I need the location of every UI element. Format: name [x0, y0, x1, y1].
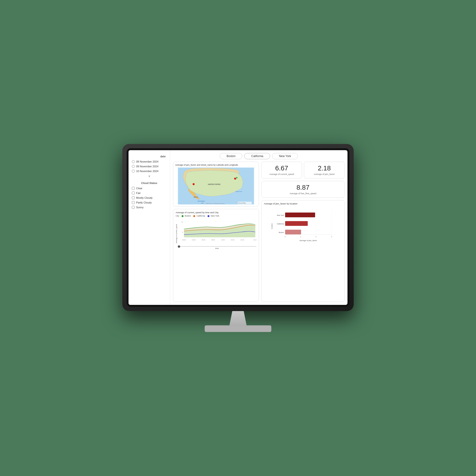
line-chart-card: Average of current_speed by time and Cit…: [173, 209, 259, 302]
svg-text:00:00: 00:00: [182, 239, 186, 241]
left-column: Average of jam_factor and street_name by…: [173, 162, 259, 302]
california-dot: [193, 215, 195, 217]
line-chart-wrapper: Average of current_speed: [176, 218, 256, 249]
kpi-current-speed: 6.67 Average of current_speed: [261, 162, 302, 178]
tab-boston[interactable]: Boston: [220, 153, 242, 159]
date-expand-icon[interactable]: ∨: [132, 174, 167, 178]
svg-text:Microsoft Bing: Microsoft Bing: [238, 203, 246, 204]
boston-dot: [182, 215, 184, 217]
cloud-mostly-cloudy-label: Mostly Cloudy: [136, 196, 153, 199]
kpi-row-top: 6.67 Average of current_speed 2.18 Avera…: [261, 162, 345, 178]
line-chart-svg: 10 5: [178, 218, 256, 244]
tab-california[interactable]: California: [244, 153, 270, 159]
date-label: date: [132, 155, 167, 158]
svg-text:12:00: 12:00: [221, 239, 225, 241]
kpi-free-flow: 8.87 Average of free_flow_speed: [261, 181, 345, 198]
time-slider-container: [178, 246, 256, 247]
date-option-1[interactable]: 08 November 2024: [132, 160, 167, 163]
cloud-clear[interactable]: Clear: [132, 187, 167, 190]
date-radio-2[interactable]: [132, 165, 135, 168]
map-card: Average of jam_factor and street_name by…: [173, 162, 259, 206]
svg-text:3: 3: [331, 236, 332, 238]
svg-text:03:00: 03:00: [192, 239, 196, 241]
svg-text:15:00: 15:00: [231, 239, 235, 241]
kpi-current-speed-label: Average of current_speed: [264, 173, 299, 175]
line-chart-title: Average of current_speed by time and Cit…: [176, 211, 256, 214]
date-label-2: 09 November 2024: [136, 165, 158, 168]
cloud-sunny[interactable]: Sunny: [132, 206, 167, 209]
kpi-jam-factor-label: Average of jam_factor: [306, 173, 342, 175]
svg-text:© 2024 TomTom, © 2024 Microsof: © 2024 TomTom, © 2024 Microsoft Corporat…: [206, 203, 225, 204]
sidebar: date 08 November 2024 09 November 2024 1…: [129, 150, 170, 305]
legend-california: California: [193, 215, 205, 217]
tab-bar: Boston California New York: [173, 153, 345, 159]
svg-text:Gulf of Mexico: Gulf of Mexico: [198, 201, 205, 202]
date-radio-3[interactable]: [132, 170, 135, 172]
svg-point-7: [236, 177, 238, 179]
map-visualization: Gulf of Mexico Sargasso Sea CUBA MEXICO: [175, 168, 257, 204]
svg-rect-35: [285, 221, 308, 226]
svg-text:21:00: 21:00: [254, 239, 256, 241]
map-title: Average of jam_factor and street_name by…: [175, 164, 257, 166]
kpi-jam-factor: 2.18 Average of jam_factor: [304, 162, 345, 178]
date-radio-1[interactable]: [132, 160, 135, 163]
svg-text:UNITED STATES: UNITED STATES: [208, 184, 221, 185]
kpi-row-bottom: 8.87 Average of free_flow_speed: [261, 181, 345, 198]
tab-new-york[interactable]: New York: [272, 153, 298, 159]
cloud-fair-checkbox[interactable]: [132, 192, 135, 194]
svg-text:MEXICO: MEXICO: [194, 197, 198, 198]
bar-chart-svg: location New York: [264, 206, 342, 243]
new-york-dot: [207, 215, 209, 217]
date-option-3[interactable]: 10 November 2024: [132, 170, 167, 172]
kpi-current-speed-value: 6.67: [264, 165, 299, 172]
svg-text:location: location: [271, 223, 273, 229]
cloud-status-label: Cloud Status: [132, 182, 167, 185]
cloud-fair[interactable]: Fair: [132, 192, 167, 194]
svg-text:09:00: 09:00: [211, 239, 215, 241]
line-chart-legend: City Boston California: [176, 215, 256, 217]
svg-text:0: 0: [285, 236, 286, 238]
svg-text:California: California: [277, 223, 284, 225]
kpi-jam-factor-value: 2.18: [306, 165, 342, 172]
legend-city-label: City: [176, 215, 179, 217]
cloud-clear-label: Clear: [136, 187, 142, 190]
cloud-sunny-checkbox[interactable]: [132, 206, 135, 209]
right-column: 6.67 Average of current_speed 2.18 Avera…: [261, 162, 345, 302]
line-chart-svg-container: 10 5: [178, 218, 256, 249]
svg-text:Boston: Boston: [279, 232, 284, 233]
cloud-partly-cloudy-label: Partly Cloudy: [136, 201, 152, 204]
date-label-1: 08 November 2024: [136, 160, 158, 163]
legend-new-york: New York: [207, 215, 219, 217]
monitor-base: [205, 325, 271, 332]
cloud-mostly-cloudy[interactable]: Mostly Cloudy: [132, 196, 167, 199]
cloud-mostly-cloudy-checkbox[interactable]: [132, 196, 135, 199]
svg-rect-37: [285, 230, 301, 235]
svg-text:CUBA: CUBA: [201, 203, 204, 204]
line-chart-y-label: Average of current_speed: [176, 218, 177, 249]
dashboard-grid: Average of jam_factor and street_name by…: [173, 162, 345, 302]
date-option-2[interactable]: 09 November 2024: [132, 165, 167, 168]
cloud-partly-cloudy-checkbox[interactable]: [132, 201, 135, 204]
svg-point-8: [192, 183, 195, 186]
svg-rect-33: [285, 213, 315, 217]
cloud-partly-cloudy[interactable]: Partly Cloudy: [132, 201, 167, 204]
cloud-clear-checkbox[interactable]: [132, 187, 135, 190]
svg-text:18:00: 18:00: [240, 239, 244, 241]
kpi-free-flow-value: 8.87: [264, 184, 342, 191]
svg-text:1: 1: [300, 236, 301, 238]
cloud-sunny-label: Sunny: [136, 206, 143, 209]
time-range-slider[interactable]: [178, 246, 256, 247]
svg-text:Average of jam_factor: Average of jam_factor: [299, 239, 317, 241]
svg-text:2: 2: [316, 236, 317, 238]
bar-chart-title: Average of jam_factor by location: [264, 202, 342, 205]
kpi-free-flow-label: Average of free_flow_speed: [264, 192, 342, 195]
svg-text:Sargasso Sea: Sargasso Sea: [236, 191, 242, 192]
svg-text:10: 10: [181, 221, 183, 223]
main-content: Boston California New York Average of ja…: [170, 150, 347, 305]
legend-boston: Boston: [182, 215, 191, 217]
cloud-fair-label: Fair: [136, 192, 141, 194]
svg-text:5: 5: [182, 232, 183, 233]
map-container: Gulf of Mexico Sargasso Sea CUBA MEXICO: [175, 168, 257, 204]
date-label-3: 10 November 2024: [136, 170, 158, 172]
svg-text:06:00: 06:00: [202, 239, 205, 241]
